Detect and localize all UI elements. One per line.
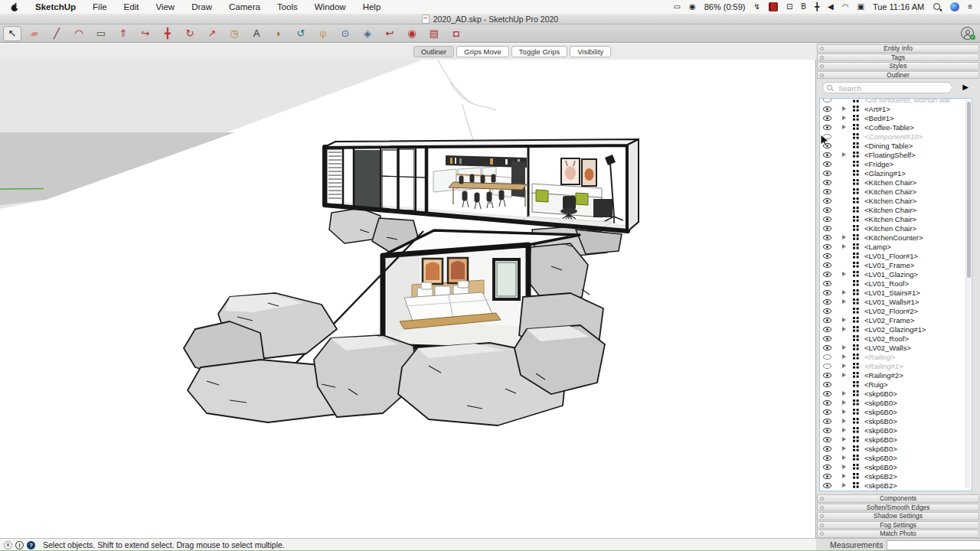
outliner-row[interactable]: <Kitchen Chair>	[820, 187, 972, 196]
expand-arrow-icon[interactable]	[842, 125, 846, 129]
expand-arrow-icon[interactable]	[842, 345, 846, 350]
outliner-row[interactable]: <Lamp>	[820, 242, 972, 251]
visibility-eye-icon[interactable]	[823, 134, 831, 139]
outliner-list[interactable]: <2d silhouette, woman wal<Art#1><Bed#1><…	[819, 98, 972, 491]
rotate-tool[interactable]: ↻	[181, 26, 199, 41]
outliner-row[interactable]: <Bed#1>	[820, 113, 972, 122]
menu-tools[interactable]: Tools	[269, 0, 306, 14]
visibility-eye-icon[interactable]	[823, 446, 831, 452]
arc-tool[interactable]: ◠	[70, 26, 88, 41]
visibility-eye-icon[interactable]	[823, 253, 831, 259]
previous-view-tool[interactable]: ↩	[381, 26, 399, 41]
outliner-row[interactable]: <Railing#1>	[820, 361, 972, 370]
scrollbar-thumb[interactable]	[967, 102, 971, 278]
outliner-row[interactable]: <Kitchen Chair>	[820, 178, 972, 187]
panel-shadow-settings[interactable]: Shadow Settings	[817, 512, 979, 520]
camera-lens-icon[interactable]: ◉	[689, 0, 696, 14]
visibility-eye-icon[interactable]	[823, 428, 831, 433]
visibility-eye-icon[interactable]	[823, 207, 831, 213]
outliner-row[interactable]: <LV01_Roof>	[820, 279, 972, 288]
outliner-row[interactable]: <Kitchen Chair>	[820, 214, 972, 223]
outliner-row[interactable]: <skp6B0>	[820, 389, 972, 398]
text-tool[interactable]: A	[247, 26, 266, 41]
visibility-eye-icon[interactable]	[823, 465, 831, 470]
visibility-eye-icon[interactable]	[823, 409, 831, 415]
menu-file[interactable]: File	[84, 0, 116, 14]
zoom-tool[interactable]: ⊙	[336, 26, 354, 41]
expand-arrow-icon[interactable]	[842, 272, 846, 276]
outliner-row[interactable]: <LV01_Walls#1>	[820, 297, 972, 306]
visibility-eye-icon[interactable]	[823, 262, 831, 268]
outliner-row[interactable]: <2d silhouette, woman wal	[820, 98, 972, 104]
look-around-tool[interactable]: ◉	[403, 26, 421, 41]
visibility-eye-icon[interactable]	[823, 354, 831, 360]
outliner-row[interactable]: <skp6B0>	[820, 407, 972, 416]
visibility-eye-icon[interactable]	[823, 198, 831, 204]
visibility-eye-icon[interactable]	[823, 483, 831, 488]
visibility-eye-icon[interactable]	[823, 281, 831, 286]
outliner-row[interactable]: <Fridge>	[820, 159, 972, 168]
panel-styles[interactable]: Styles	[817, 62, 979, 70]
window-title-bar[interactable]: 2020_AD.skp - SketchUp Pro 2020	[0, 14, 980, 24]
outliner-row[interactable]: <skp6B0>	[820, 453, 972, 462]
outliner-row[interactable]: <skp6B0>	[820, 444, 972, 453]
panel-match-photo[interactable]: Match Photo	[817, 530, 979, 538]
visibility-eye-icon[interactable]	[823, 244, 831, 249]
visibility-eye-icon[interactable]	[823, 290, 831, 295]
expand-arrow-icon[interactable]	[842, 299, 846, 304]
expand-arrow-icon[interactable]	[842, 455, 846, 460]
viewport-button-grips-move[interactable]: Grips Move	[456, 46, 509, 57]
info-icon[interactable]: i	[15, 541, 24, 549]
visibility-eye-icon[interactable]	[823, 171, 831, 176]
outliner-row[interactable]: <KitchenCounter>	[820, 233, 972, 242]
expand-arrow-icon[interactable]	[842, 409, 846, 414]
airplay-display-icon[interactable]: ⊡	[786, 0, 792, 14]
outliner-row[interactable]: <skp6B2>	[820, 481, 972, 490]
outliner-row[interactable]: <LV02_Floor#2>	[820, 306, 972, 315]
outliner-row[interactable]: <LV02_Frame>	[820, 315, 972, 324]
visibility-eye-icon[interactable]	[823, 226, 831, 231]
search-field[interactable]	[822, 82, 952, 93]
select-tool[interactable]: ↖	[3, 26, 21, 41]
visibility-eye-icon[interactable]	[823, 419, 831, 424]
visibility-eye-icon[interactable]	[823, 299, 831, 305]
export-tool[interactable]: ▤	[425, 26, 443, 41]
outliner-row[interactable]: <skp6B0>	[820, 462, 972, 471]
outliner-row[interactable]: <skp6B0>	[820, 435, 972, 444]
visibility-eye-icon[interactable]	[823, 106, 831, 112]
line-tool[interactable]: ╱	[47, 26, 66, 41]
outliner-scrollbar[interactable]	[965, 99, 971, 488]
expand-arrow-icon[interactable]	[842, 446, 846, 451]
volume-icon[interactable]: ◀	[828, 0, 834, 14]
zoom-extents-tool[interactable]: ◈	[358, 26, 377, 41]
expand-arrow-icon[interactable]	[842, 152, 846, 157]
outliner-row[interactable]: <Coffee-Table>	[820, 122, 972, 132]
pan-tool[interactable]: ψ	[314, 26, 332, 41]
geolocation-icon[interactable]	[4, 541, 12, 549]
outliner-row[interactable]: <skp6B0>	[820, 425, 972, 435]
outliner-row[interactable]: <Kitchen Chair>	[820, 196, 972, 205]
outliner-row[interactable]: <Glazing#1>	[820, 168, 972, 178]
viewport-button-toggle-grips[interactable]: Toggle Grips	[511, 46, 567, 57]
apple-menu[interactable]	[0, 2, 27, 12]
accessibility-crosshair-icon[interactable]: ╋	[815, 0, 819, 14]
outliner-row[interactable]: <Kitchen Chair>	[820, 223, 972, 233]
visibility-eye-icon[interactable]	[823, 308, 831, 314]
outliner-row[interactable]: <LV02_Roof>	[820, 334, 972, 343]
visibility-eye-icon[interactable]	[823, 437, 831, 442]
outliner-row[interactable]: <Art#1>	[820, 104, 972, 113]
orbit-tool[interactable]: ↺	[292, 26, 310, 41]
visibility-eye-icon[interactable]	[823, 98, 831, 103]
battery-status[interactable]: 86% (0:59)	[704, 0, 746, 14]
expand-arrow-icon[interactable]	[842, 428, 846, 432]
outliner-row[interactable]: <LV01_Stairs#1>	[820, 288, 972, 297]
visibility-eye-icon[interactable]	[823, 345, 831, 350]
outliner-row[interactable]: <LV01_Floor#1>	[820, 251, 972, 260]
wifi-icon[interactable]: ◠	[842, 0, 849, 14]
panel-entity-info[interactable]: Entity Info	[817, 44, 979, 53]
menu-sketchup[interactable]: SketchUp	[27, 0, 84, 14]
expand-arrow-icon[interactable]	[842, 391, 846, 396]
outliner-row[interactable]: <FloatingShelf>	[820, 150, 972, 159]
menu-camera[interactable]: Camera	[220, 0, 269, 14]
menu-window[interactable]: Window	[306, 0, 354, 14]
